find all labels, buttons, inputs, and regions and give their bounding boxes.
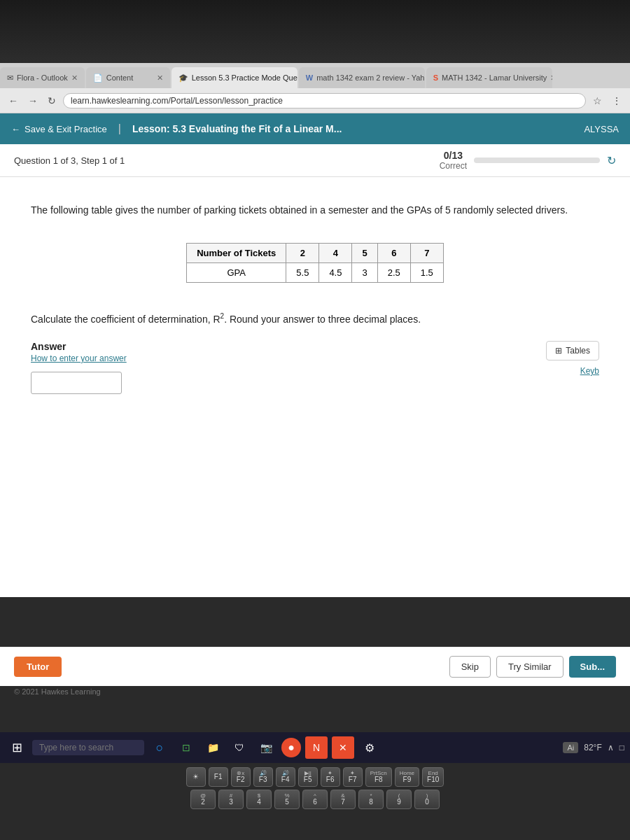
taskbar-edge-icon[interactable]: ⊡ bbox=[175, 736, 197, 759]
col-header-2: 2 bbox=[286, 244, 319, 263]
temperature-display: 82°F bbox=[584, 743, 601, 752]
col-header-4: 4 bbox=[319, 244, 352, 263]
key-9[interactable]: ( 9 bbox=[386, 790, 412, 809]
menu-button[interactable]: ⋮ bbox=[609, 94, 624, 108]
save-exit-label: Save & Exit Practice bbox=[24, 124, 107, 134]
outlook-tab-close[interactable]: ✕ bbox=[71, 74, 78, 83]
key-8[interactable]: * 8 bbox=[358, 790, 384, 809]
hawkes-nav-right: ALYSSA bbox=[584, 124, 619, 134]
ai-label: Ai bbox=[563, 742, 578, 753]
lesson-title: Lesson: 5.3 Evaluating the Fit of a Line… bbox=[132, 123, 342, 134]
col-header-5: 5 bbox=[352, 244, 377, 263]
try-similar-button[interactable]: Try Similar bbox=[496, 656, 564, 678]
taskbar-right: Ai 82°F ∧ □ bbox=[563, 742, 624, 753]
score-text: 0/13 bbox=[440, 150, 467, 161]
col-header-label: Number of Tickets bbox=[187, 244, 286, 263]
keyb-link[interactable]: Keyb bbox=[580, 366, 599, 376]
math-class-tab-close[interactable]: ✕ bbox=[550, 74, 552, 83]
answer-input[interactable] bbox=[31, 372, 122, 394]
address-bar-row: ← → ↻ ☆ ⋮ bbox=[0, 88, 630, 113]
taskbar-gear-icon[interactable]: ⚙ bbox=[358, 736, 381, 759]
question-label: Question 1 of 3, Step 1 of 1 bbox=[14, 155, 125, 166]
key-end[interactable]: End F10 bbox=[422, 767, 444, 787]
tab-lesson[interactable]: 🎓 Lesson 5.3 Practice Mode Quest ✕ bbox=[172, 67, 298, 88]
progress-row: Question 1 of 3, Step 1 of 1 0/13 Correc… bbox=[0, 144, 630, 177]
how-to-link[interactable]: How to enter your answer bbox=[31, 354, 127, 363]
notification-caret: ∧ bbox=[608, 743, 614, 752]
outlook-tab-icon: ✉ bbox=[7, 74, 13, 83]
key-f7[interactable]: ✦ F7 bbox=[343, 767, 363, 787]
key-f3[interactable]: 🔊 F3 bbox=[253, 767, 273, 787]
tab-content[interactable]: 📄 Content ✕ bbox=[86, 67, 170, 88]
tables-label: Tables bbox=[566, 346, 590, 356]
browser-chrome: ✉ Flora - Outlook ✕ 📄 Content ✕ 🎓 Lesson… bbox=[0, 63, 630, 113]
tutor-button[interactable]: Tutor bbox=[14, 657, 62, 677]
tab-outlook[interactable]: ✉ Flora - Outlook ✕ bbox=[0, 67, 85, 88]
back-button[interactable]: ← bbox=[6, 94, 21, 108]
math-class-tab-icon: S bbox=[433, 74, 438, 82]
laptop-bezel bbox=[0, 0, 630, 63]
key-3[interactable]: # 3 bbox=[218, 790, 244, 809]
progress-bar-container bbox=[474, 158, 600, 163]
problem-statement: The following table gives the number of … bbox=[31, 202, 599, 218]
tables-icon: ⊞ bbox=[555, 346, 562, 356]
key-0[interactable]: ) 0 bbox=[414, 790, 440, 809]
lesson-tab-label: Lesson 5.3 Practice Mode Quest bbox=[192, 74, 298, 82]
key-brightness[interactable]: ☀ bbox=[186, 767, 206, 787]
key-6[interactable]: ^ 6 bbox=[302, 790, 328, 809]
key-4[interactable]: $ 4 bbox=[246, 790, 272, 809]
key-prtscn[interactable]: PrtScn F8 bbox=[365, 767, 392, 787]
gpa-val-5: 1.5 bbox=[410, 263, 443, 283]
key-f5[interactable]: ▶|| F5 bbox=[298, 767, 318, 787]
tables-button[interactable]: ⊞ Tables bbox=[546, 341, 599, 360]
tab-math-class[interactable]: S MATH 1342 - Lamar University ✕ bbox=[426, 67, 552, 88]
data-table: Number of Tickets 2 4 5 6 7 GPA 5.5 4.5 bbox=[186, 243, 444, 283]
taskbar-chrome-icon[interactable]: ● bbox=[281, 738, 301, 757]
key-f4[interactable]: 🔊 F4 bbox=[276, 767, 295, 787]
coefficient-question: Calculate the coefficient of determinati… bbox=[31, 311, 599, 327]
key-f2[interactable]: ⊗x F2 bbox=[231, 767, 251, 787]
score-label: Correct bbox=[440, 161, 467, 171]
gpa-val-2: 4.5 bbox=[319, 263, 352, 283]
notification-icon: □ bbox=[620, 743, 624, 752]
key-f1[interactable]: F1 bbox=[209, 767, 228, 787]
key-5[interactable]: % 5 bbox=[274, 790, 300, 809]
key-2[interactable]: @ 2 bbox=[190, 790, 216, 809]
submit-button[interactable]: Sub... bbox=[569, 656, 616, 678]
gpa-val-4: 2.5 bbox=[377, 263, 410, 283]
copyright-row: © 2021 Hawkes Learning bbox=[0, 683, 115, 700]
content-area: The following table gives the number of … bbox=[17, 191, 613, 405]
key-home[interactable]: Home F9 bbox=[395, 767, 419, 787]
taskbar-x-icon[interactable]: ✕ bbox=[332, 736, 354, 759]
math-review-tab-icon: W bbox=[306, 74, 313, 82]
tab-math-review[interactable]: W math 1342 exam 2 review - Yah... ✕ bbox=[299, 67, 425, 88]
number-key-row: @ 2 # 3 $ 4 % 5 ^ 6 & 7 * 8 ( 9 bbox=[6, 790, 624, 809]
address-input[interactable] bbox=[63, 93, 586, 108]
taskbar-file-icon[interactable]: 📁 bbox=[202, 736, 224, 759]
skip-button[interactable]: Skip bbox=[449, 656, 491, 678]
row-label-gpa: GPA bbox=[187, 263, 286, 283]
math-review-tab-label: math 1342 exam 2 review - Yah... bbox=[316, 74, 425, 82]
forward-button[interactable]: → bbox=[25, 94, 41, 108]
bottom-action-row: Tutor Skip Try Similar Sub... bbox=[0, 647, 630, 686]
col-header-7: 7 bbox=[410, 244, 443, 263]
key-7[interactable]: & 7 bbox=[330, 790, 356, 809]
content-tab-close[interactable]: ✕ bbox=[157, 74, 163, 83]
taskbar-shield-icon[interactable]: 🛡 bbox=[228, 736, 251, 759]
refresh-button[interactable]: ↻ bbox=[45, 94, 59, 108]
windows-icon[interactable]: ⊞ bbox=[6, 736, 28, 759]
outlook-tab-label: Flora - Outlook bbox=[17, 74, 68, 82]
taskbar: ⊞ ○ ⊡ 📁 🛡 📷 ● N ✕ ⚙ Ai 82°F ∧ □ bbox=[0, 732, 630, 763]
refresh-score-button[interactable]: ↻ bbox=[607, 154, 616, 167]
taskbar-n-icon[interactable]: N bbox=[305, 736, 328, 759]
content-tab-label: Content bbox=[106, 74, 134, 82]
save-exit-button[interactable]: ← Save & Exit Practice bbox=[11, 124, 107, 134]
taskbar-camera-icon[interactable]: 📷 bbox=[255, 736, 277, 759]
taskbar-browser-icon[interactable]: ○ bbox=[148, 736, 171, 759]
arrow-left-icon: ← bbox=[11, 124, 20, 134]
key-f6[interactable]: ✦ F6 bbox=[321, 767, 340, 787]
main-content: The following table gives the number of … bbox=[0, 177, 630, 597]
bookmark-button[interactable]: ☆ bbox=[590, 94, 605, 108]
app-content: ← Save & Exit Practice | Lesson: 5.3 Eva… bbox=[0, 113, 630, 597]
taskbar-search[interactable] bbox=[32, 740, 144, 755]
